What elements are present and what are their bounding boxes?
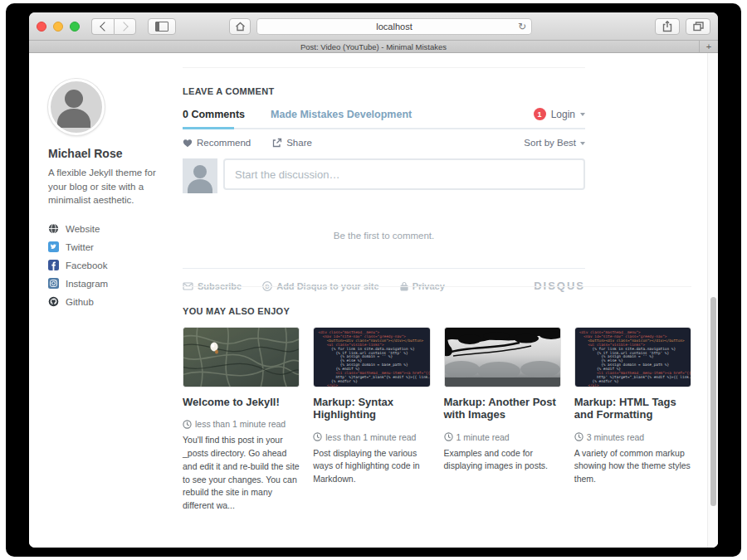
disqus-tabs: 0 Comments Made Mistakes Development 1 L…	[183, 108, 585, 129]
divider	[183, 286, 691, 287]
guest-avatar	[183, 158, 217, 193]
related-post-card[interactable]: Markup: Another Post with Images 1 minut…	[444, 327, 561, 521]
related-post-card[interactable]: Welcome to Jekyll! less than 1 minute re…	[183, 327, 300, 521]
instagram-icon	[48, 278, 59, 289]
chevron-down-icon	[580, 113, 585, 116]
author-links: Website Twitter Facebook	[48, 223, 174, 307]
post-thumbnail[interactable]: <div class="masthead__menu"> <nav id="si…	[574, 327, 691, 387]
share-label: Share	[286, 138, 312, 148]
minimize-window-button[interactable]	[53, 22, 63, 32]
twitter-icon	[48, 241, 59, 252]
browser-titlebar: localhost ↻	[29, 12, 718, 41]
sort-menu[interactable]: Sort by Best	[524, 138, 585, 148]
author-name: Michael Rose	[48, 147, 174, 160]
author-link-label: Facebook	[66, 261, 108, 270]
author-link-label: Twitter	[66, 242, 94, 252]
post-thumbnail[interactable]	[444, 327, 561, 387]
active-tab-underline	[183, 127, 234, 129]
page-content: Michael Rose A flexible Jekyll theme for…	[29, 53, 718, 548]
author-link-label: Github	[66, 297, 94, 307]
home-button[interactable]	[229, 18, 251, 35]
post-excerpt: A variety of common markup showing how t…	[574, 447, 691, 486]
related-posts-section: YOU MAY ALSO ENJOY	[183, 286, 691, 521]
related-posts-grid: Welcome to Jekyll! less than 1 minute re…	[183, 327, 691, 521]
read-time: 1 minute read	[456, 432, 510, 442]
home-icon	[235, 22, 246, 32]
empty-state-message: Be the first to comment.	[183, 231, 585, 241]
scrollbar-thumb[interactable]	[710, 297, 716, 506]
divider	[183, 268, 585, 269]
sidebar-panel-icon	[155, 22, 168, 32]
post-excerpt: Post displaying the various ways of high…	[313, 447, 430, 486]
divider	[183, 67, 585, 68]
zoom-window-button[interactable]	[70, 22, 80, 32]
author-link[interactable]: Website	[48, 223, 174, 234]
comments-heading: LEAVE A COMMENT	[183, 86, 585, 96]
related-post-card[interactable]: <div class="masthead__menu"> <nav id="si…	[313, 327, 430, 521]
post-excerpt: You'll find this post in your _posts dir…	[183, 434, 300, 513]
url-text: localhost	[376, 22, 412, 32]
person-silhouette-icon	[51, 81, 97, 128]
disqus-actions: Recommend Share Sort by Best	[183, 138, 585, 148]
related-post-card[interactable]: <div class="masthead__menu"> <nav id="si…	[574, 327, 691, 521]
post-title[interactable]: Markup: HTML Tags and Formatting	[574, 396, 691, 421]
recommend-button[interactable]: Recommend	[183, 138, 251, 148]
safari-window: localhost ↻ Post: Video (YouTube) - Mini…	[29, 12, 718, 548]
history-nav-group	[91, 18, 136, 35]
window-controls	[37, 22, 80, 32]
share-icon	[662, 21, 672, 32]
post-title[interactable]: Welcome to Jekyll!	[183, 396, 300, 408]
post-excerpt: Examples and code for displaying images …	[444, 447, 561, 474]
read-time: less than 1 minute read	[325, 432, 416, 442]
chevron-left-icon	[100, 22, 109, 31]
tab-overview-button[interactable]	[686, 18, 710, 35]
github-icon	[48, 296, 59, 307]
person-silhouette-icon	[183, 158, 217, 193]
chevron-down-icon	[580, 142, 585, 145]
recommend-label: Recommend	[197, 138, 251, 148]
author-link[interactable]: Facebook	[48, 260, 174, 270]
share-arrow-icon	[272, 138, 282, 148]
new-tab-button[interactable]: +	[699, 41, 718, 52]
tab-community-link[interactable]: Made Mistakes Development	[271, 109, 412, 120]
read-time: 3 minutes read	[587, 432, 644, 442]
related-heading: YOU MAY ALSO ENJOY	[183, 306, 691, 316]
facebook-icon	[48, 260, 59, 270]
post-meta: less than 1 minute read	[183, 419, 300, 429]
tab-bar: Post: Video (YouTube) - Minimal Mistakes…	[29, 41, 718, 53]
login-menu[interactable]: 1 Login	[534, 108, 585, 120]
sort-label: Sort by Best	[524, 138, 576, 148]
post-meta: 3 minutes read	[574, 432, 691, 442]
globe-icon	[48, 223, 59, 234]
active-tab[interactable]: Post: Video (YouTube) - Minimal Mistakes	[300, 42, 447, 51]
post-thumbnail[interactable]: <div class="masthead__menu"> <nav id="si…	[313, 327, 430, 387]
post-meta: less than 1 minute read	[313, 432, 430, 442]
comment-composer	[183, 158, 585, 193]
post-meta: 1 minute read	[444, 432, 561, 442]
author-link[interactable]: Github	[48, 296, 174, 307]
post-title[interactable]: Markup: Another Post with Images	[444, 396, 561, 421]
author-link[interactable]: Twitter	[48, 241, 174, 252]
read-time: less than 1 minute read	[195, 419, 286, 429]
address-bar[interactable]: localhost ↻	[256, 18, 532, 35]
post-thumbnail[interactable]	[183, 327, 300, 387]
author-link[interactable]: Instagram	[48, 278, 174, 289]
sidebar-toggle-button[interactable]	[148, 18, 176, 35]
refresh-icon[interactable]: ↻	[518, 21, 526, 32]
clock-icon	[444, 432, 453, 441]
post-title[interactable]: Markup: Syntax Highlighting	[313, 396, 430, 421]
share-button[interactable]	[655, 18, 680, 35]
close-window-button[interactable]	[37, 22, 46, 32]
author-link-label: Instagram	[66, 279, 108, 289]
author-sidebar: Michael Rose A flexible Jekyll theme for…	[48, 79, 174, 314]
forward-button[interactable]	[114, 18, 136, 35]
back-button[interactable]	[91, 18, 114, 35]
share-thread-button[interactable]: Share	[272, 138, 312, 148]
clock-icon	[313, 432, 322, 441]
author-link-label: Website	[66, 224, 100, 234]
tab-comment-count[interactable]: 0 Comments	[183, 109, 245, 120]
comment-input[interactable]	[223, 158, 585, 190]
clock-icon	[183, 420, 192, 429]
author-avatar	[48, 79, 105, 135]
tabs-icon	[693, 22, 704, 32]
